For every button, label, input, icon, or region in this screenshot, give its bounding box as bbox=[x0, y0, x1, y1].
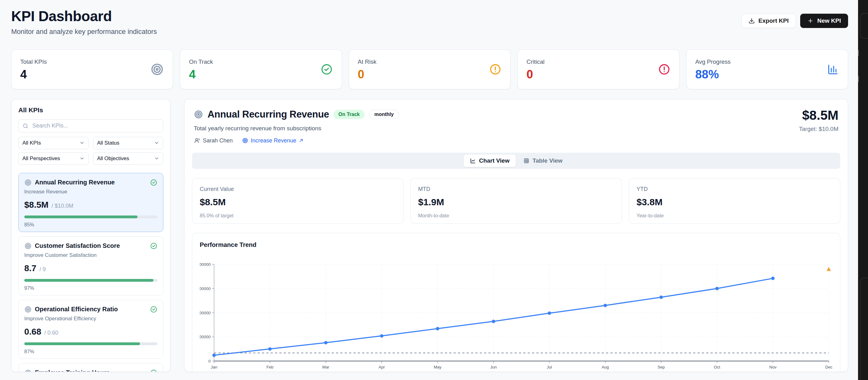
filter-select-status[interactable]: All Status bbox=[93, 137, 163, 149]
tab-table-view[interactable]: Table View bbox=[517, 155, 569, 167]
target-icon bbox=[150, 63, 164, 76]
user-icon bbox=[194, 137, 200, 144]
target-icon bbox=[242, 137, 248, 144]
filter-select-kpis[interactable]: All KPIs bbox=[18, 137, 89, 149]
kpi-name: Customer Satisfaction Score bbox=[35, 242, 147, 249]
stat-label: Total KPIs bbox=[20, 59, 47, 65]
chevron-down-icon bbox=[79, 156, 85, 161]
objective-link[interactable]: Increase Revenue bbox=[242, 137, 304, 144]
right-scrollbar-strip bbox=[858, 0, 868, 380]
filter-value: All Objectives bbox=[97, 156, 129, 162]
scrollbar-mark bbox=[858, 76, 859, 82]
svg-text:Oct: Oct bbox=[714, 365, 720, 370]
kpi-card-employee-training-hours[interactable]: Employee Training Hours bbox=[18, 363, 163, 372]
search-input[interactable] bbox=[18, 119, 163, 132]
stats-row: Total KPIs 4 On Track 4 At Risk 0 bbox=[11, 50, 848, 89]
kpi-list: Annual Recurring Revenue Increase Revenu… bbox=[18, 173, 163, 372]
page-header: KPI Dashboard Monitor and analyze key pe… bbox=[11, 0, 848, 36]
kpi-progress-label: 87% bbox=[24, 349, 157, 354]
filter-value: All KPIs bbox=[22, 140, 41, 146]
filter-value: All Status bbox=[97, 140, 120, 146]
progress-bar bbox=[24, 279, 157, 282]
objective-link-label: Increase Revenue bbox=[251, 137, 296, 144]
target-icon bbox=[24, 369, 32, 372]
kpi-objective: Increase Revenue bbox=[24, 189, 157, 195]
kpi-target: / 0.60 bbox=[44, 329, 59, 336]
metric-card-current-value: Current Value $8.5M 85.0% of target bbox=[192, 178, 404, 224]
detail-description: Total yearly recurring revenue from subs… bbox=[194, 125, 399, 132]
stat-label: Avg Progress bbox=[695, 59, 731, 65]
kpi-target: / $10.0M bbox=[52, 203, 73, 209]
metric-value: $1.9M bbox=[418, 197, 614, 208]
export-kpi-label: Export KPI bbox=[758, 18, 789, 24]
kpi-objective: Improve Customer Satisfaction bbox=[24, 252, 157, 258]
external-link-icon bbox=[299, 138, 304, 143]
stat-value: 88% bbox=[695, 68, 731, 80]
plus-icon bbox=[807, 18, 813, 24]
kpi-value: $8.5M bbox=[24, 200, 49, 210]
view-toggle: Chart View Table View bbox=[192, 153, 840, 169]
check-circle-icon bbox=[150, 369, 157, 372]
metric-label: MTD bbox=[418, 186, 614, 192]
kpi-name: Employee Training Hours bbox=[35, 369, 147, 372]
detail-title: Annual Recurring Revenue bbox=[208, 109, 329, 120]
stat-label: At Risk bbox=[358, 59, 376, 65]
metric-sub: Year-to-date bbox=[637, 213, 833, 219]
kpi-card-annual-recurring-revenue[interactable]: Annual Recurring Revenue Increase Revenu… bbox=[18, 173, 163, 232]
chevron-down-icon bbox=[79, 140, 85, 146]
stat-label: On Track bbox=[189, 59, 213, 65]
table-icon bbox=[523, 158, 529, 164]
line-chart-icon bbox=[470, 158, 476, 164]
svg-text:Feb: Feb bbox=[266, 365, 273, 370]
stat-card-on-track: On Track 4 bbox=[180, 50, 342, 89]
metric-cards-row: Current Value $8.5M 85.0% of target MTD … bbox=[192, 178, 840, 224]
status-badge: On Track bbox=[334, 110, 365, 119]
kpi-card-customer-satisfaction-score[interactable]: Customer Satisfaction Score Improve Cust… bbox=[18, 236, 163, 295]
stat-card-critical: Critical 0 bbox=[517, 50, 679, 89]
target-icon bbox=[24, 179, 32, 186]
chart-title: Performance Trend bbox=[200, 241, 833, 249]
scrollbar-thumb[interactable] bbox=[860, 278, 868, 380]
stat-value: 0 bbox=[526, 68, 545, 80]
new-kpi-button[interactable]: New KPI bbox=[800, 14, 848, 28]
chevron-down-icon bbox=[154, 140, 159, 146]
svg-text:5000000: 5000000 bbox=[200, 310, 211, 315]
check-circle-icon bbox=[150, 242, 157, 250]
check-circle-icon bbox=[150, 306, 157, 313]
stat-card-avg-progress: Avg Progress 88% bbox=[686, 50, 848, 89]
metric-sub: Month-to-date bbox=[418, 213, 614, 219]
kpi-name: Operational Efficiency Ratio bbox=[35, 306, 147, 313]
target-icon bbox=[194, 110, 203, 119]
metric-value: $3.8M bbox=[637, 197, 833, 208]
frequency-badge: monthly bbox=[369, 110, 399, 119]
page-subtitle: Monitor and analyze key performance indi… bbox=[11, 28, 157, 36]
export-kpi-button[interactable]: Export KPI bbox=[741, 14, 796, 28]
svg-text:0: 0 bbox=[209, 359, 211, 363]
stat-value: 4 bbox=[20, 68, 47, 80]
search-icon bbox=[22, 123, 29, 129]
svg-text:Apr: Apr bbox=[379, 365, 385, 370]
tab-chart-view[interactable]: Chart View bbox=[464, 155, 516, 167]
filter-select-perspectives[interactable]: All Perspectives bbox=[18, 152, 89, 165]
kpi-dashboard-page: KPI Dashboard Monitor and analyze key pe… bbox=[0, 0, 868, 380]
metric-card-mtd: MTD $1.9M Month-to-date bbox=[410, 178, 622, 224]
progress-bar bbox=[24, 216, 157, 218]
svg-text:Jun: Jun bbox=[490, 365, 497, 370]
sidebar-heading: All KPIs bbox=[18, 106, 163, 114]
kpi-progress-label: 97% bbox=[24, 285, 157, 291]
performance-trend-card: Performance Trend 0250000050000007500000… bbox=[192, 233, 840, 372]
stat-label: Critical bbox=[526, 59, 545, 65]
filter-value: All Perspectives bbox=[22, 156, 60, 162]
target-icon bbox=[24, 306, 32, 313]
kpi-value: 8.7 bbox=[24, 263, 36, 273]
svg-text:Jul: Jul bbox=[547, 365, 552, 370]
filter-select-objectives[interactable]: All Objectives bbox=[93, 152, 163, 165]
scrollbar-outline bbox=[860, 13, 868, 38]
svg-text:Jan: Jan bbox=[211, 365, 217, 370]
kpi-objective: Improve Operational Efficiency bbox=[24, 316, 157, 322]
download-icon bbox=[748, 18, 755, 24]
metric-label: YTD bbox=[637, 186, 833, 192]
search-box bbox=[18, 119, 163, 132]
kpi-card-operational-efficiency-ratio[interactable]: Operational Efficiency Ratio Improve Ope… bbox=[18, 300, 163, 359]
alert-circle-icon bbox=[658, 63, 671, 75]
